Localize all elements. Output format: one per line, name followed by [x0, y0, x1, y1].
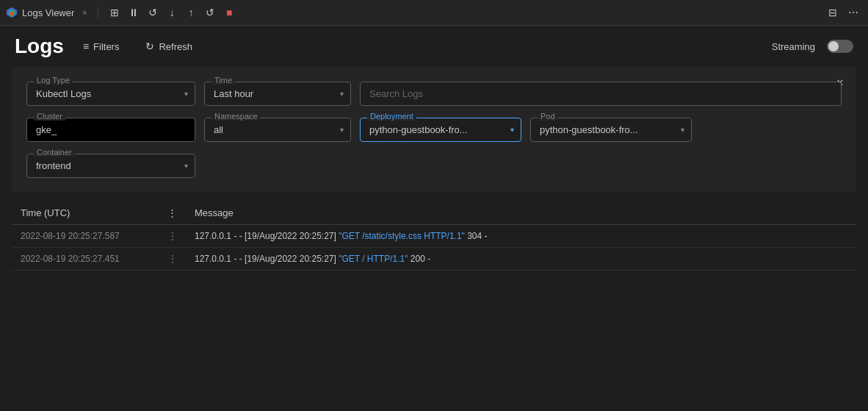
- log-suffix: 304 -: [465, 231, 488, 241]
- grid-icon[interactable]: ⊞: [106, 4, 123, 21]
- stop-icon[interactable]: ■: [220, 4, 238, 21]
- col-header-menu: ⋮: [159, 201, 186, 225]
- pod-label: Pod: [538, 112, 558, 121]
- close-tab-button[interactable]: ×: [79, 7, 90, 18]
- log-table-container: Time (UTC) ⋮ Message 2022-08-19 20:25:27…: [12, 201, 856, 271]
- log-suffix: 200 -: [408, 254, 430, 264]
- log-table: Time (UTC) ⋮ Message 2022-08-19 20:25:27…: [12, 201, 856, 271]
- refresh-button[interactable]: ↻ Refresh: [138, 37, 200, 55]
- col-header-time: Time (UTC): [12, 201, 159, 225]
- deployment-field: Deployment python-guestbook-fro... ▾: [360, 118, 521, 142]
- refresh-small-icon[interactable]: ↻: [144, 4, 162, 21]
- log-link[interactable]: "GET / HTTP/1.1": [339, 254, 408, 264]
- column-menu-icon[interactable]: ⋮: [167, 207, 177, 218]
- pod-field: Pod python-guestbook-fro... ▾: [530, 118, 692, 142]
- table-header-row: Time (UTC) ⋮ Message: [12, 201, 856, 225]
- search-input[interactable]: [360, 82, 842, 106]
- container-field: Container frontend ▾: [26, 154, 195, 178]
- log-link[interactable]: "GET /static/style.css HTTP/1.1": [339, 231, 465, 241]
- filter-row-1: Log Type Kubectl Logs Container Logs ▾ T…: [26, 82, 842, 106]
- tab-title: Logs Viewer: [22, 7, 74, 18]
- upload-icon[interactable]: ↑: [182, 4, 200, 21]
- log-prefix: 127.0.0.1 - - [19/Aug/2022 20:25:27]: [195, 231, 339, 241]
- cluster-input[interactable]: [26, 118, 195, 142]
- search-field: [360, 82, 842, 106]
- time-field: Time Last hour Last 3 hours Last 24 hour…: [204, 82, 351, 106]
- namespace-select[interactable]: all default kube-system: [204, 118, 351, 142]
- namespace-field: Namespace all default kube-system ▾: [204, 118, 351, 142]
- pod-select[interactable]: python-guestbook-fro...: [530, 118, 692, 142]
- row-menu-icon[interactable]: ⋮: [159, 225, 186, 248]
- log-type-select-wrapper: Kubectl Logs Container Logs ▾: [26, 82, 195, 106]
- container-select[interactable]: frontend: [26, 154, 195, 178]
- cluster-field: Cluster: [26, 118, 195, 142]
- cluster-label: Cluster: [34, 112, 65, 121]
- streaming-toggle[interactable]: [827, 40, 853, 53]
- container-label: Container: [34, 148, 75, 157]
- pause-icon[interactable]: ⏸: [125, 4, 142, 21]
- more-options-icon[interactable]: ⋯: [845, 4, 862, 21]
- refresh-icon: ↻: [145, 40, 154, 52]
- row-menu-icon[interactable]: ⋮: [159, 248, 186, 271]
- time-select-wrapper: Last hour Last 3 hours Last 24 hours ▾: [204, 82, 351, 106]
- deployment-select-wrapper: python-guestbook-fro... ▾: [360, 118, 521, 142]
- filter-icon: ≡: [83, 40, 89, 52]
- reset-icon[interactable]: ↺: [201, 4, 219, 21]
- time-label: Time: [211, 76, 235, 85]
- deployment-select[interactable]: python-guestbook-fro...: [360, 118, 521, 142]
- log-time: 2022-08-19 20:25:27.451: [12, 248, 159, 271]
- log-time: 2022-08-19 20:25:27.587: [12, 225, 159, 248]
- window-controls: ⊟ ⋯: [824, 4, 862, 21]
- table-row: 2022-08-19 20:25:27.451 ⋮ 127.0.0.1 - - …: [12, 248, 856, 271]
- filter-row-3: Container frontend ▾: [26, 154, 842, 178]
- filter-panel: × Log Type Kubectl Logs Container Logs ▾…: [12, 67, 856, 193]
- log-type-select[interactable]: Kubectl Logs Container Logs: [26, 82, 195, 106]
- table-row: 2022-08-19 20:25:27.587 ⋮ 127.0.0.1 - - …: [12, 225, 856, 248]
- refresh-label: Refresh: [159, 41, 192, 52]
- toggle-knob: [828, 41, 839, 51]
- titlebar: Logs Viewer × ⊞ ⏸ ↻ ↓ ↑ ↺ ■ ⊟ ⋯: [0, 0, 868, 26]
- page-header: Logs ≡ Filters ↻ Refresh Streaming: [0, 26, 868, 67]
- page-title: Logs: [15, 35, 64, 58]
- log-message: 127.0.0.1 - - [19/Aug/2022 20:25:27] "GE…: [186, 248, 856, 271]
- split-view-icon[interactable]: ⊟: [824, 4, 842, 21]
- toolbar-icons: ⊞ ⏸ ↻ ↓ ↑ ↺ ■: [106, 4, 238, 21]
- log-message: 127.0.0.1 - - [19/Aug/2022 20:25:27] "GE…: [186, 225, 856, 248]
- time-select[interactable]: Last hour Last 3 hours Last 24 hours: [204, 82, 351, 106]
- download-icon[interactable]: ↓: [163, 4, 181, 21]
- deployment-label: Deployment: [367, 112, 416, 121]
- pod-select-wrapper: python-guestbook-fro... ▾: [530, 118, 692, 142]
- streaming-label: Streaming: [772, 41, 815, 52]
- separator: [98, 7, 98, 18]
- col-header-message: Message: [186, 201, 856, 225]
- log-prefix: 127.0.0.1 - - [19/Aug/2022 20:25:27]: [195, 254, 339, 264]
- log-type-field: Log Type Kubectl Logs Container Logs ▾: [26, 82, 195, 106]
- namespace-select-wrapper: all default kube-system ▾: [204, 118, 351, 142]
- filters-label: Filters: [93, 41, 119, 52]
- app-logo: [6, 7, 18, 18]
- filter-row-2: Cluster Namespace all default kube-syste…: [26, 118, 842, 142]
- filters-button[interactable]: ≡ Filters: [76, 37, 127, 55]
- log-type-label: Log Type: [34, 76, 73, 85]
- container-select-wrapper: frontend ▾: [26, 154, 195, 178]
- namespace-label: Namespace: [211, 112, 261, 121]
